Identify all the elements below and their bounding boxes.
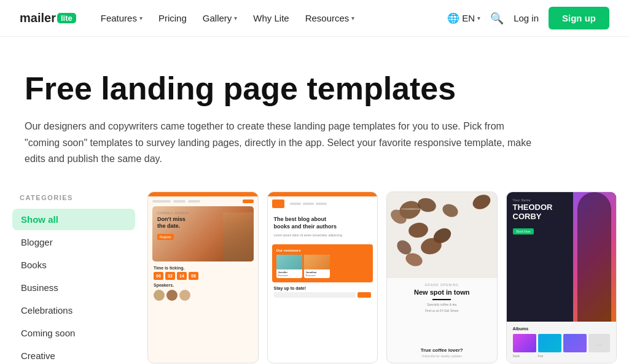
template-card[interactable]: GRAND OPENING New spot in town Specialty… xyxy=(386,192,498,363)
chevron-down-icon: ▾ xyxy=(234,15,237,21)
nav-item-resources[interactable]: Resources ▾ xyxy=(298,8,362,28)
logo[interactable]: mailer lite xyxy=(20,11,76,25)
categories-label: CATEGORIES xyxy=(12,194,135,201)
chevron-down-icon: ▾ xyxy=(139,15,143,21)
sidebar-item-label: Celebrations xyxy=(21,305,72,316)
sidebar: CATEGORIES Show all Blogger Books Busine… xyxy=(12,192,135,364)
sidebar-item-celebrations[interactable]: Celebrations xyxy=(12,300,135,321)
template-card[interactable]: CORNELL AVENUE Don't missthe date. Regis… xyxy=(147,192,259,363)
sidebar-item-show-all[interactable]: Show all xyxy=(12,209,135,230)
templates-grid: CORNELL AVENUE Don't missthe date. Regis… xyxy=(147,192,617,364)
logo-lite: lite xyxy=(57,13,76,23)
nav-right: 🌐 EN ▾ 🔍 Log in Sign up xyxy=(447,7,609,29)
search-icon[interactable]: 🔍 xyxy=(490,12,504,25)
lang-label: EN xyxy=(462,13,475,23)
signup-button[interactable]: Sign up xyxy=(549,7,609,29)
hero-section: Free landing page templates Our designer… xyxy=(0,37,614,179)
main-content: CATEGORIES Show all Blogger Books Busine… xyxy=(0,179,629,364)
logo-mailer: mailer xyxy=(20,11,56,25)
sidebar-item-label: Coming soon xyxy=(21,328,75,338)
template-card[interactable]: The best blog aboutbooks and their autho… xyxy=(267,192,378,363)
template-card[interactable]: Your Name THEODORCORBY Book Now Albums … xyxy=(506,192,617,363)
sidebar-item-label: Creative xyxy=(21,350,55,361)
chevron-down-icon: ▾ xyxy=(351,15,354,21)
sidebar-item-business[interactable]: Business xyxy=(12,277,135,298)
login-button[interactable]: Log in xyxy=(514,13,539,23)
nav-item-why-lite[interactable]: Why Lite xyxy=(246,8,296,28)
sidebar-item-label: Business xyxy=(21,282,58,293)
sidebar-item-label: Books xyxy=(21,260,47,270)
nav-item-gallery[interactable]: Gallery ▾ xyxy=(195,8,245,28)
sidebar-item-books[interactable]: Books xyxy=(12,254,135,276)
page-title: Free landing page templates xyxy=(25,71,590,106)
sidebar-item-coming-soon[interactable]: Coming soon xyxy=(12,322,135,344)
sidebar-item-blogger[interactable]: Blogger xyxy=(12,231,135,253)
hero-description: Our designers and copywriters came toget… xyxy=(25,118,541,167)
sidebar-item-creative[interactable]: Creative xyxy=(12,345,135,364)
globe-icon: 🌐 xyxy=(447,12,459,24)
nav-item-pricing[interactable]: Pricing xyxy=(151,8,194,28)
chevron-down-icon: ▾ xyxy=(477,15,480,21)
lang-selector[interactable]: 🌐 EN ▾ xyxy=(447,12,480,24)
sidebar-item-label: Blogger xyxy=(21,237,53,247)
sidebar-item-label: Show all xyxy=(21,214,58,225)
nav-item-features[interactable]: Features ▾ xyxy=(93,8,150,28)
nav-links: Features ▾ Pricing Gallery ▾ Why Lite Re… xyxy=(93,8,443,28)
navbar: mailer lite Features ▾ Pricing Gallery ▾… xyxy=(0,0,629,37)
